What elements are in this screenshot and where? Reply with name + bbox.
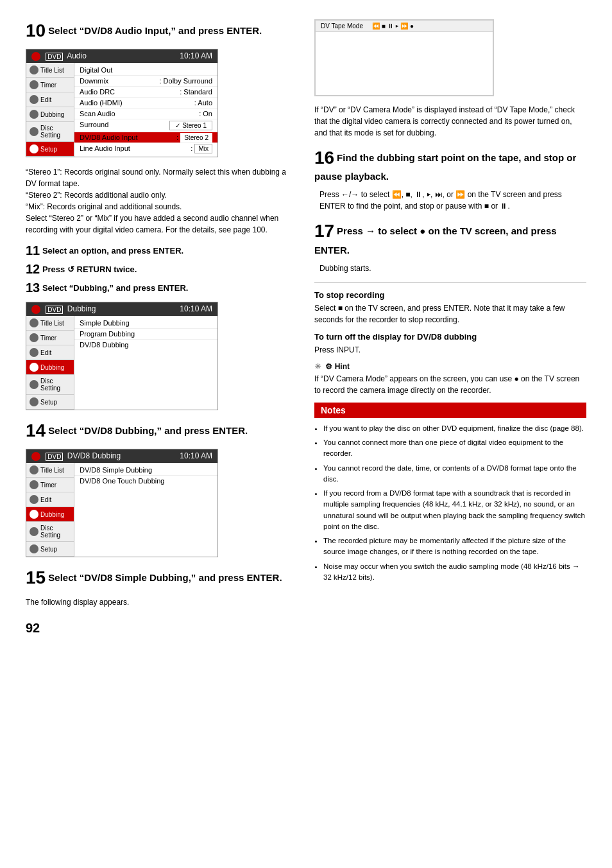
step-17-heading: Press → to select ● on the TV screen, an… [314,226,557,255]
edit-icon-3 [30,495,38,504]
sidebar3-timer[interactable]: Timer [26,478,74,492]
step-14-heading: Select “DV/D8 Dubbing,” and press ENTER. [48,426,248,437]
audio-menu-body: Title List Timer Edit Dubbing [26,63,217,157]
menu-row-audio-drc: Audio DRC : Standard [74,87,217,98]
edit-icon-2 [30,348,38,357]
to-turn-off-heading: To turn off the display for DV/D8 dubbin… [314,332,586,342]
menu-row-dvd8-audio: DV/D8 Audio Input : Stereo 2 [74,132,217,143]
dvd8-dubbing-menu-body: Title List Timer Edit Dubbing [26,463,217,557]
title-list-icon [30,65,38,74]
list-item: You cannot connect more than one piece o… [323,437,586,460]
description-stereo: “Stereo 1”: Records original sound only.… [26,166,295,236]
timer-icon-2 [30,333,38,342]
sidebar2-disc-setting[interactable]: Disc Setting [26,375,74,395]
step-15-sub: The following display appears. [26,596,295,608]
sidebar-disc-setting[interactable]: Disc Setting [26,122,74,142]
to-stop-text: Select ■ on the TV screen, and press ENT… [314,302,586,326]
sidebar2-edit[interactable]: Edit [26,345,74,360]
to-stop-recording: To stop recording Select ■ on the TV scr… [314,290,586,326]
step-14: 14 Select “DV/D8 Dubbing,” and press ENT… [26,419,295,442]
step-15: 15 Select “DV/D8 Simple Dubbing,” and pr… [26,566,295,607]
dvd-icon-2 [31,305,40,314]
menu-row-audio-hdmi: Audio (HDMI) : Auto [74,98,217,108]
step-12-heading: Press ↺ RETURN twice. [42,265,137,274]
sidebar2-title-list[interactable]: Title List [26,316,74,331]
step-15-heading: Select “DV/D8 Simple Dubbing,” and press… [48,573,282,584]
dubbing-icon [30,110,38,119]
tv-toolbar-icons: ⏪ ■ ⏸ ▶ ⏩ ● [372,22,414,30]
step-16-heading: Find the dubbing start point on the tape… [314,152,576,181]
right-column: DV Tape Mode ⏪ ■ ⏸ ▶ ⏩ ● If “DV” or “DV … [314,19,586,636]
disc-setting-icon-2 [30,380,38,389]
sidebar-timer[interactable]: Timer [26,78,74,92]
list-item: You cannot record the date, time, or con… [323,463,586,485]
dubbing-menu-content: Simple Dubbing Program Dubbing DV/D8 Dub… [74,316,217,410]
step-16: 16 Find the dubbing start point on the t… [314,146,586,212]
sidebar2-timer[interactable]: Timer [26,331,74,345]
notes-section: Notes If you want to play the disc on ot… [314,403,586,583]
page-number: 92 [26,621,295,636]
audio-menu-header: DVD Audio 10:10 AM [26,49,217,63]
dubbing-menu-sidebar: Title List Timer Edit Dubbing [26,316,74,410]
menu-row-scan-audio: Scan Audio : On [74,108,217,119]
list-item: Noise may occur when you switch the audi… [323,561,586,584]
step-16-number: 16 [314,148,334,168]
step-10-number: 10 [26,21,46,40]
sidebar3-disc-setting[interactable]: Disc Setting [26,522,74,542]
sidebar2-setup[interactable]: Setup [26,395,74,410]
sidebar-setup[interactable]: Setup [26,142,74,157]
step-16-text: Press ←/→ to select ⏪, ■, ⏸, ▶, ⏭, or ⏩ … [319,189,586,212]
step-17: 17 Press → to select ● on the TV screen,… [314,220,586,273]
sidebar-edit[interactable]: Edit [26,92,74,107]
tv-display: DV Tape Mode ⏪ ■ ⏸ ▶ ⏩ ● [314,19,494,96]
sidebar3-edit[interactable]: Edit [26,492,74,507]
to-turn-off-display: To turn off the display for DV/D8 dubbin… [314,332,586,356]
step-11: 11 Select an option, and press ENTER. [26,243,295,258]
step-13-heading: Select “Dubbing,” and press ENTER. [42,283,189,293]
dvd-label-3: DVD [46,453,63,461]
menu-row-dvd8-one-touch: DV/D8 One Touch Dubbing [74,476,217,486]
divider [314,282,586,282]
disc-setting-icon [30,127,38,136]
notes-list: If you want to play the disc on other DV… [314,423,586,583]
menu-row-dvd8-simple: DV/D8 Simple Dubbing [74,465,217,476]
left-column: 10 Select “DV/D8 Audio Input,” and press… [26,19,295,636]
hint-icon: ☀ [314,362,321,371]
sidebar3-setup[interactable]: Setup [26,542,74,557]
menu-row-surround: Surround ✓ Stereo 1 [74,119,217,132]
step-11-number: 11 [26,243,40,257]
step-15-number: 15 [26,568,46,587]
list-item: If you want to play the disc on other DV… [323,423,586,434]
edit-icon [30,95,38,104]
step-10-heading: Select “DV/D8 Audio Input,” and press EN… [48,25,262,36]
dvd-label: DVD [46,53,63,61]
menu-row-downmix: Downmix : Dolby Surround [74,76,217,87]
dubbing-menu-time: 10:10 AM [180,304,212,314]
sidebar-dubbing[interactable]: Dubbing [26,107,74,122]
hint-text: If “DV Camera Mode” appears on the scree… [314,373,586,396]
dvd8-dubbing-menu-time: 10:10 AM [180,451,212,461]
sidebar-title-list[interactable]: Title List [26,63,74,78]
menu-row-line-audio: Line Audio Input : Mix [74,143,217,153]
audio-menu-time: 10:10 AM [180,51,212,61]
dubbing-icon-3 [30,510,38,519]
audio-menu: DVD Audio 10:10 AM Title List Timer [26,49,218,157]
menu-row-program-dubbing: Program Dubbing [74,329,217,340]
notes-label: Notes [314,403,586,418]
step-12: 12 Press ↺ RETURN twice. [26,262,295,277]
dubbing-menu-title: Dubbing [67,304,96,313]
tv-toolbar-label: DV Tape Mode [321,22,363,30]
menu-row-simple-dubbing: Simple Dubbing [74,318,217,329]
step-11-heading: Select an option, and press ENTER. [42,246,183,256]
audio-menu-sidebar: Title List Timer Edit Dubbing [26,63,74,157]
sidebar3-title-list[interactable]: Title List [26,463,74,478]
dubbing-menu-header: DVD Dubbing 10:10 AM [26,302,217,316]
tv-toolbar: DV Tape Mode ⏪ ■ ⏸ ▶ ⏩ ● [316,21,493,32]
to-turn-off-text: Press INPUT. [314,344,586,356]
menu-row-digital-out: Digital Out [74,65,217,76]
audio-menu-title: Audio [67,51,87,60]
sidebar3-dubbing[interactable]: Dubbing [26,507,74,522]
dubbing-menu-body: Title List Timer Edit Dubbing [26,316,217,410]
step-13: 13 Select “Dubbing,” and press ENTER. [26,281,295,295]
sidebar2-dubbing[interactable]: Dubbing [26,360,74,375]
